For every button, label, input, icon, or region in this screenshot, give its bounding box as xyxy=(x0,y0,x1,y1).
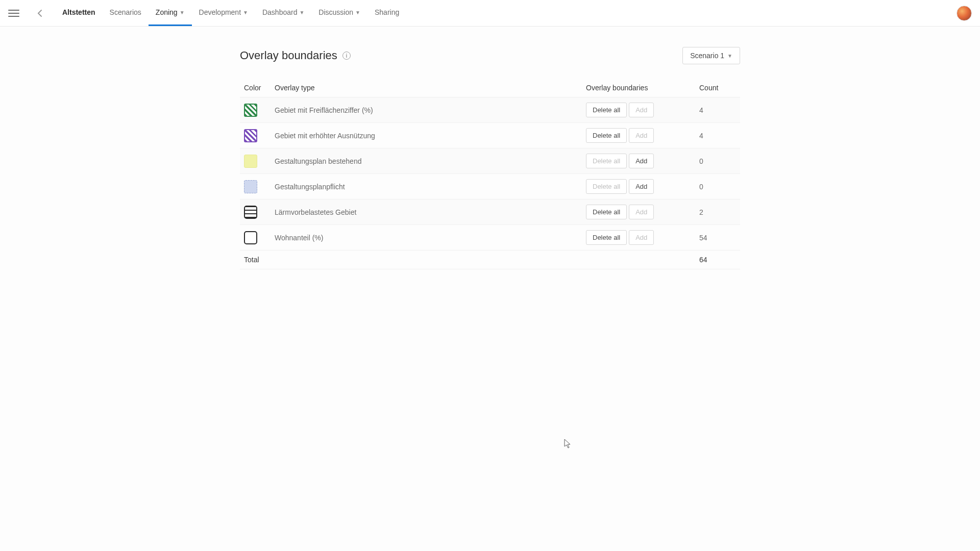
nav-item-development[interactable]: Development▼ xyxy=(192,0,255,26)
table-row: Gebiet mit erhöhter AusnützungDelete all… xyxy=(240,123,740,148)
delete-all-button: Delete all xyxy=(586,179,627,194)
project-name[interactable]: Altstetten xyxy=(55,0,103,26)
col-boundaries: Overlay boundaries xyxy=(582,79,684,97)
count-value: 4 xyxy=(684,123,740,148)
overlay-type-label: Wohnanteil (%) xyxy=(271,225,582,251)
count-value: 4 xyxy=(684,97,740,123)
topbar: Altstetten ScenariosZoning▼Development▼D… xyxy=(0,0,980,27)
nav-item-discussion[interactable]: Discussion▼ xyxy=(311,0,368,26)
overlay-type-label: Lärmvorbelastetes Gebiet xyxy=(271,199,582,225)
total-row: Total64 xyxy=(240,251,740,269)
add-button: Add xyxy=(629,103,654,117)
count-value: 2 xyxy=(684,199,740,225)
color-swatch xyxy=(244,104,257,117)
delete-all-button[interactable]: Delete all xyxy=(586,103,627,117)
user-avatar[interactable] xyxy=(957,6,972,21)
overlay-table: Color Overlay type Overlay boundaries Co… xyxy=(240,79,740,269)
delete-all-button[interactable]: Delete all xyxy=(586,128,627,143)
nav-item-zoning[interactable]: Zoning▼ xyxy=(149,0,192,26)
back-button[interactable] xyxy=(34,7,46,19)
page-content: Overlay boundaries i Scenario 1 ▼ Color … xyxy=(230,47,750,269)
count-value: 0 xyxy=(684,174,740,199)
add-button[interactable]: Add xyxy=(629,179,654,194)
col-count: Count xyxy=(684,79,740,97)
chevron-down-icon: ▼ xyxy=(355,10,360,15)
delete-all-button[interactable]: Delete all xyxy=(586,205,627,219)
color-swatch xyxy=(244,231,257,244)
nav-item-label: Discussion xyxy=(318,8,353,16)
table-row: Lärmvorbelastetes GebietDelete allAdd2 xyxy=(240,199,740,225)
color-swatch xyxy=(244,206,257,219)
nav-item-label: Dashboard xyxy=(262,8,298,16)
col-type: Overlay type xyxy=(271,79,582,97)
nav-item-sharing[interactable]: Sharing xyxy=(368,0,406,26)
main-nav: Altstetten ScenariosZoning▼Development▼D… xyxy=(55,0,406,26)
scenario-selector[interactable]: Scenario 1 ▼ xyxy=(682,47,740,64)
total-label: Total xyxy=(240,251,684,269)
nav-item-label: Sharing xyxy=(375,8,399,16)
delete-all-button: Delete all xyxy=(586,154,627,168)
table-row: Gebiet mit Freiflächenziffer (%)Delete a… xyxy=(240,97,740,123)
color-swatch xyxy=(244,129,257,142)
col-color: Color xyxy=(240,79,271,97)
count-value: 54 xyxy=(684,225,740,251)
count-value: 0 xyxy=(684,148,740,174)
delete-all-button[interactable]: Delete all xyxy=(586,230,627,245)
overlay-type-label: Gestaltungsplanpflicht xyxy=(271,174,582,199)
color-swatch xyxy=(244,155,257,168)
overlay-type-label: Gestaltungsplan bestehend xyxy=(271,148,582,174)
add-button: Add xyxy=(629,205,654,219)
table-row: GestaltungsplanpflichtDelete allAdd0 xyxy=(240,174,740,199)
nav-item-label: Scenarios xyxy=(110,8,141,16)
nav-item-dashboard[interactable]: Dashboard▼ xyxy=(255,0,311,26)
overlay-type-label: Gebiet mit Freiflächenziffer (%) xyxy=(271,97,582,123)
hamburger-menu-icon[interactable] xyxy=(8,8,19,19)
color-swatch xyxy=(244,180,257,193)
table-row: Gestaltungsplan bestehendDelete allAdd0 xyxy=(240,148,740,174)
page-title: Overlay boundaries xyxy=(240,49,337,62)
add-button[interactable]: Add xyxy=(629,154,654,168)
nav-item-label: Development xyxy=(199,8,241,16)
info-icon[interactable]: i xyxy=(342,52,351,60)
chevron-down-icon: ▼ xyxy=(727,53,732,59)
chevron-down-icon: ▼ xyxy=(243,10,248,15)
nav-item-scenarios[interactable]: Scenarios xyxy=(103,0,149,26)
nav-item-label: Zoning xyxy=(156,8,178,16)
overlay-type-label: Gebiet mit erhöhter Ausnützung xyxy=(271,123,582,148)
chevron-down-icon: ▼ xyxy=(180,10,185,15)
add-button: Add xyxy=(629,128,654,143)
chevron-down-icon: ▼ xyxy=(299,10,304,15)
table-row: Wohnanteil (%)Delete allAdd54 xyxy=(240,225,740,251)
scenario-label: Scenario 1 xyxy=(690,52,724,60)
total-count: 64 xyxy=(684,251,740,269)
add-button: Add xyxy=(629,230,654,245)
